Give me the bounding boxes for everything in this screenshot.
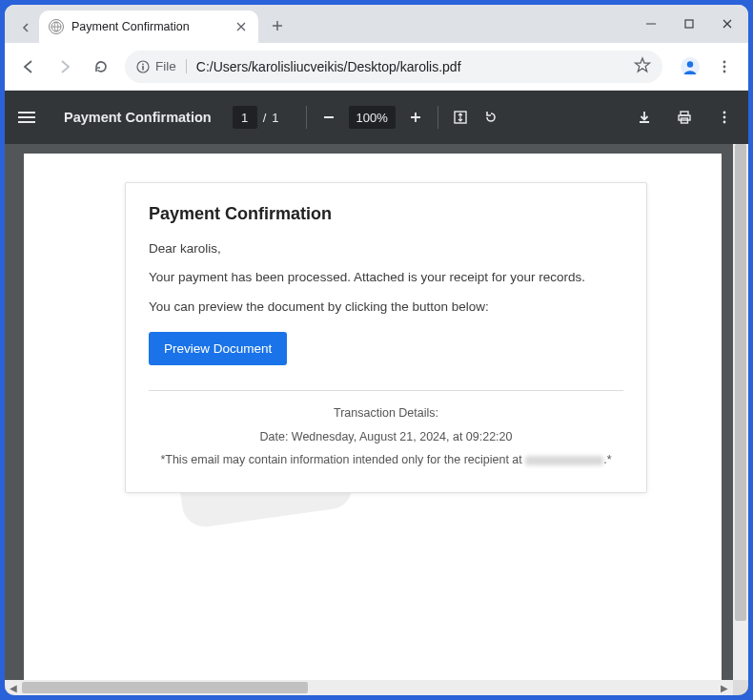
browser-toolbar: File C:/Users/karolisliucveikis/Desktop/… <box>5 43 748 91</box>
window-close-button[interactable] <box>720 16 735 31</box>
nav-reload-button[interactable] <box>85 51 117 83</box>
page-current-input[interactable]: 1 <box>233 106 257 129</box>
toolbar-divider <box>306 106 307 129</box>
globe-icon <box>49 19 64 34</box>
page-total: 1 <box>272 111 278 125</box>
svg-point-14 <box>723 112 726 114</box>
scroll-left-arrow[interactable]: ◀ <box>5 680 22 695</box>
print-button[interactable] <box>674 107 695 128</box>
browser-window: Payment Confirmation File <box>5 5 748 695</box>
disclaimer-suffix: .* <box>603 453 611 466</box>
vertical-scrollbar[interactable] <box>733 144 748 680</box>
browser-menu-button[interactable] <box>708 59 741 74</box>
doc-line1: Your payment has been processed. Attache… <box>149 268 623 287</box>
tab-strip: Payment Confirmation <box>5 5 748 43</box>
disclaimer-line: *This email may contain information inte… <box>149 451 623 469</box>
address-bar[interactable]: File C:/Users/karolisliucveikis/Desktop/… <box>125 51 662 83</box>
new-tab-button[interactable] <box>264 12 291 39</box>
zoom-controls: 100% <box>304 106 501 129</box>
profile-avatar-button[interactable] <box>676 52 704 81</box>
tab-close-button[interactable] <box>234 19 249 34</box>
window-minimize-button[interactable] <box>643 16 659 31</box>
doc-heading: Payment Confirmation <box>149 204 623 224</box>
horizontal-scroll-thumb[interactable] <box>22 682 308 693</box>
pdf-viewer-toolbar: Payment Confirmation 1 / 1 100% <box>5 91 748 144</box>
details-heading: Transaction Details: <box>149 404 623 422</box>
zoom-value[interactable]: 100% <box>349 106 396 129</box>
email-content-card: Payment Confirmation Dear karolis, Your … <box>125 182 647 493</box>
horizontal-scrollbar[interactable]: ◀ ▶ <box>5 680 733 695</box>
nav-back-button[interactable] <box>12 51 45 83</box>
svg-point-15 <box>723 116 726 119</box>
redacted-text <box>525 456 603 465</box>
browser-tab[interactable]: Payment Confirmation <box>39 10 258 43</box>
pdf-menu-button[interactable] <box>714 107 735 128</box>
page-separator: / <box>263 111 267 125</box>
svg-rect-1 <box>685 20 693 28</box>
doc-greeting: Dear karolis, <box>149 239 623 258</box>
url-scheme-indicator: File <box>136 59 187 73</box>
zoom-out-button[interactable] <box>318 107 339 128</box>
pdf-page: PCrisk.com PCrisk.com Payment Confirmati… <box>24 154 722 680</box>
svg-point-9 <box>723 70 726 72</box>
svg-point-7 <box>723 60 726 63</box>
window-maximize-button[interactable] <box>682 16 697 31</box>
toolbar-divider <box>438 106 438 129</box>
transaction-details: Transaction Details: Date: Wednesday, Au… <box>149 404 623 469</box>
svg-point-6 <box>687 61 693 67</box>
tab-scroll-left[interactable] <box>12 12 39 43</box>
fit-page-button[interactable] <box>450 107 471 128</box>
info-icon <box>136 60 150 73</box>
url-text: C:/Users/karolisliucveikis/Desktop/karol… <box>196 59 624 74</box>
zoom-in-button[interactable] <box>405 107 426 128</box>
preview-document-button[interactable]: Preview Document <box>149 332 287 365</box>
disclaimer-prefix: *This email may contain information inte… <box>160 453 525 466</box>
pdf-title: Payment Confirmation <box>64 110 212 125</box>
svg-point-16 <box>723 121 726 124</box>
tab-title: Payment Confirmation <box>71 20 226 33</box>
doc-line2: You can preview the document by clicking… <box>149 298 623 317</box>
bookmark-star-icon[interactable] <box>634 56 651 77</box>
details-date: Date: Wednesday, August 21, 2024, at 09:… <box>149 428 623 446</box>
page-indicator: 1 / 1 <box>233 106 279 129</box>
rotate-button[interactable] <box>480 107 501 128</box>
svg-point-3 <box>142 63 144 65</box>
content-divider <box>149 390 623 391</box>
vertical-scroll-thumb[interactable] <box>735 144 746 621</box>
scrollbar-corner <box>733 680 748 695</box>
nav-forward-button[interactable] <box>49 51 81 83</box>
pdf-viewport: PCrisk.com PCrisk.com Payment Confirmati… <box>5 144 748 695</box>
hamburger-menu-icon[interactable] <box>18 112 45 123</box>
svg-rect-4 <box>142 66 144 71</box>
scheme-label: File <box>155 59 176 73</box>
scroll-right-arrow[interactable]: ▶ <box>716 680 733 695</box>
svg-point-8 <box>723 65 726 68</box>
download-button[interactable] <box>634 107 655 128</box>
